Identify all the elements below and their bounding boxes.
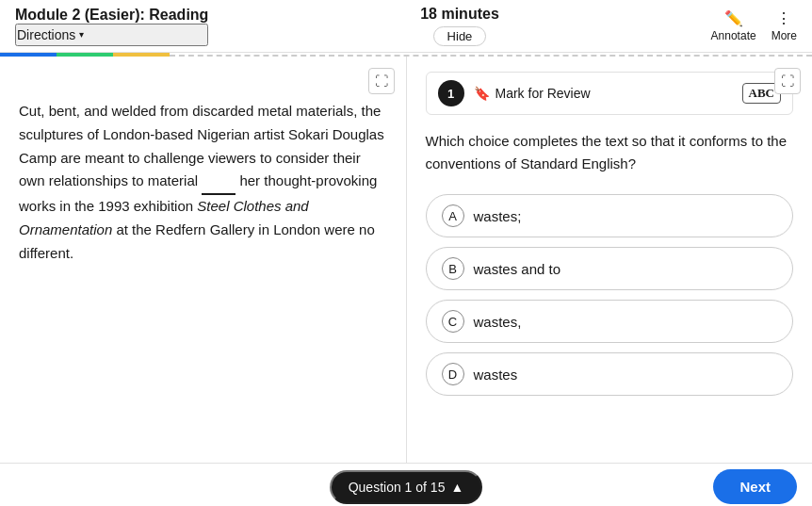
choice-c-text: wastes,: [474, 314, 522, 330]
mark-review-label: Mark for Review: [495, 86, 591, 101]
choice-d-letter: D: [442, 363, 464, 385]
expand-passage-button[interactable]: ⛶: [368, 68, 395, 94]
more-button[interactable]: ⋮ More: [771, 9, 797, 42]
expand-question-button[interactable]: ⛶: [774, 68, 801, 94]
directions-button[interactable]: Directions ▾: [15, 24, 208, 46]
header-left: Module 2 (Easier): Reading Directions ▾: [15, 7, 208, 46]
question-number-badge: 1: [438, 80, 464, 106]
pencil-icon: ✏️: [724, 9, 743, 27]
choice-d-text: wastes: [474, 367, 518, 383]
timer-display: 18 minutes: [420, 6, 499, 23]
ellipsis-icon: ⋮: [776, 9, 791, 27]
choice-c-letter: C: [442, 310, 464, 333]
expand-icon-right: ⛶: [781, 73, 794, 89]
directions-label: Directions: [17, 27, 75, 42]
hide-button[interactable]: Hide: [433, 26, 487, 46]
passage-text: Cut, bent, and welded from discarded met…: [19, 100, 387, 265]
choice-a[interactable]: A wastes;: [426, 194, 794, 237]
passage-panel: ⛶ Cut, bent, and welded from discarded m…: [0, 57, 407, 463]
chevron-up-icon: ▲: [450, 480, 463, 495]
header-center: 18 minutes Hide: [420, 6, 499, 46]
choice-c[interactable]: C wastes,: [426, 300, 794, 343]
question-header: 1 🔖 Mark for Review ABC: [426, 72, 794, 115]
choice-b-text: wastes and to: [474, 261, 561, 277]
module-title: Module 2 (Easier): Reading: [15, 7, 208, 24]
question-prompt: Which choice completes the text so that …: [426, 130, 794, 175]
more-label: More: [771, 29, 797, 42]
footer: Question 1 of 15 ▲ Next: [0, 463, 812, 506]
expand-icon: ⛶: [375, 73, 388, 89]
main-content: ⛶ Cut, bent, and welded from discarded m…: [0, 57, 812, 463]
choice-a-letter: A: [442, 204, 464, 227]
question-indicator-text: Question 1 of 15: [349, 480, 446, 495]
next-button[interactable]: Next: [713, 469, 797, 504]
choice-b[interactable]: B wastes and to: [426, 247, 794, 290]
annotate-label: Annotate: [711, 29, 756, 42]
choice-a-text: wastes;: [474, 208, 522, 224]
bookmark-icon: 🔖: [474, 86, 490, 101]
blank-line: [202, 170, 235, 195]
choice-d[interactable]: D wastes: [426, 352, 794, 396]
header: Module 2 (Easier): Reading Directions ▾ …: [0, 0, 812, 53]
choice-b-letter: B: [442, 257, 464, 280]
mark-for-review-button[interactable]: 🔖 Mark for Review: [474, 86, 733, 101]
annotate-button[interactable]: ✏️ Annotate: [711, 9, 756, 42]
chevron-down-icon: ▾: [79, 29, 84, 40]
question-indicator-button[interactable]: Question 1 of 15 ▲: [330, 470, 483, 504]
header-right: ✏️ Annotate ⋮ More: [711, 9, 797, 42]
question-panel: ⛶ 1 🔖 Mark for Review ABC Which choice c…: [407, 57, 813, 463]
